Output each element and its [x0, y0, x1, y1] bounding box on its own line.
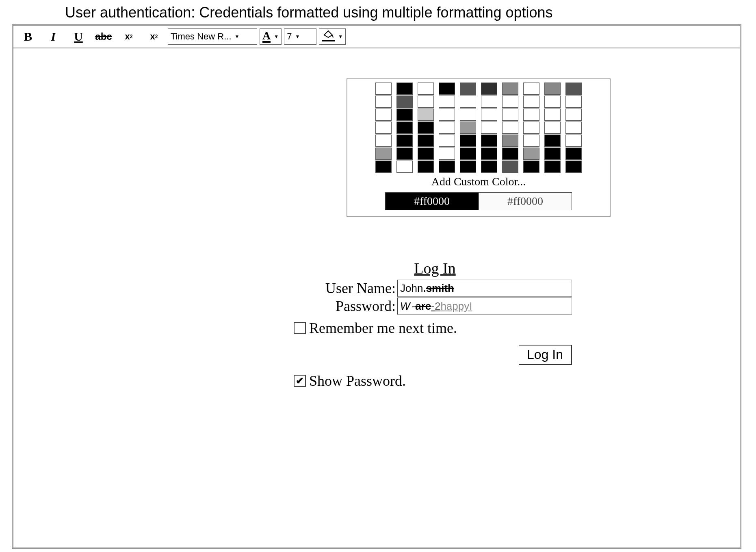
color-swatch[interactable] — [481, 96, 497, 108]
paint-bucket-icon — [322, 32, 335, 41]
underline-button[interactable]: U — [67, 28, 90, 46]
color-swatch[interactable] — [460, 148, 476, 160]
show-password-checkbox[interactable]: ✔ — [294, 375, 306, 387]
color-swatch[interactable] — [544, 83, 561, 95]
color-swatch[interactable] — [418, 135, 434, 147]
color-swatch[interactable] — [460, 161, 476, 173]
color-swatch[interactable] — [502, 122, 518, 134]
color-swatch[interactable] — [502, 109, 518, 121]
color-swatch[interactable] — [502, 148, 518, 160]
color-swatch[interactable] — [375, 122, 392, 134]
login-heading: Log In — [348, 259, 522, 277]
color-swatch[interactable] — [460, 96, 476, 108]
color-swatch[interactable] — [375, 83, 392, 95]
login-submit-button[interactable]: Log In — [519, 345, 572, 365]
color-swatch[interactable] — [396, 148, 413, 160]
color-swatch[interactable] — [396, 96, 413, 108]
color-swatch[interactable] — [481, 148, 497, 160]
color-swatch[interactable] — [375, 135, 392, 147]
color-swatch[interactable] — [375, 96, 392, 108]
add-custom-color-button[interactable]: Add Custom Color... — [352, 175, 605, 188]
color-swatch[interactable] — [481, 109, 497, 121]
color-swatch[interactable] — [523, 135, 539, 147]
color-swatch[interactable] — [481, 83, 497, 95]
background-color-button[interactable]: ▼ — [319, 28, 346, 45]
color-swatch[interactable] — [502, 96, 518, 108]
color-swatch[interactable] — [418, 83, 434, 95]
color-swatch[interactable] — [418, 148, 434, 160]
color-swatch[interactable] — [544, 135, 561, 147]
color-swatch[interactable] — [502, 135, 518, 147]
color-swatch[interactable] — [396, 161, 413, 173]
font-family-select[interactable]: Times New R... ▼ — [168, 28, 257, 45]
password-field[interactable]: W -are-2happyI — [397, 298, 572, 315]
username-seg2: . — [423, 282, 426, 295]
color-swatch[interactable] — [544, 96, 561, 108]
caret-down-icon: ▼ — [295, 34, 300, 39]
color-swatch[interactable] — [460, 122, 476, 134]
color-swatch[interactable] — [565, 122, 582, 134]
color-swatch[interactable] — [396, 83, 413, 95]
color-swatch[interactable] — [439, 161, 455, 173]
italic-button[interactable]: I — [42, 28, 65, 46]
color-swatch[interactable] — [523, 161, 539, 173]
color-swatch[interactable] — [565, 109, 582, 121]
color-swatch[interactable] — [523, 109, 539, 121]
color-swatch[interactable] — [396, 122, 413, 134]
color-swatch[interactable] — [523, 148, 539, 160]
color-swatch[interactable] — [396, 135, 413, 147]
color-swatch[interactable] — [460, 83, 476, 95]
color-swatch[interactable] — [418, 96, 434, 108]
color-swatch[interactable] — [439, 135, 455, 147]
subscript-x: x — [150, 31, 155, 42]
color-swatch[interactable] — [565, 161, 582, 173]
password-seg5: 2 — [435, 300, 440, 313]
color-swatch[interactable] — [565, 135, 582, 147]
password-label: Password: — [298, 298, 397, 315]
color-swatch[interactable] — [375, 161, 392, 173]
bold-button[interactable]: B — [17, 28, 39, 46]
color-swatch[interactable] — [523, 122, 539, 134]
color-swatch[interactable] — [418, 109, 434, 121]
hex-input[interactable]: #ff0000 — [479, 192, 572, 210]
strikethrough-button[interactable]: abc — [92, 28, 115, 46]
caret-down-icon: ▼ — [274, 34, 279, 39]
color-swatch[interactable] — [481, 161, 497, 173]
color-swatch[interactable] — [418, 122, 434, 134]
font-size-value: 7 — [287, 31, 292, 42]
font-color-button[interactable]: A ▼ — [260, 28, 282, 45]
username-field[interactable]: John.smith — [397, 280, 572, 297]
color-swatch[interactable] — [544, 148, 561, 160]
color-swatch[interactable] — [544, 161, 561, 173]
color-swatch[interactable] — [481, 122, 497, 134]
remember-me-checkbox[interactable] — [294, 322, 306, 334]
color-swatch[interactable] — [460, 109, 476, 121]
color-swatch[interactable] — [396, 109, 413, 121]
color-swatch[interactable] — [481, 135, 497, 147]
username-seg1: John — [400, 282, 423, 295]
color-swatch[interactable] — [544, 122, 561, 134]
color-swatch[interactable] — [544, 109, 561, 121]
subscript-button[interactable]: x2 — [143, 28, 165, 46]
color-swatch[interactable] — [502, 83, 518, 95]
color-swatch[interactable] — [460, 135, 476, 147]
superscript-button[interactable]: x2 — [117, 28, 140, 46]
color-swatch[interactable] — [439, 148, 455, 160]
color-swatch[interactable] — [565, 83, 582, 95]
color-swatch[interactable] — [523, 83, 539, 95]
color-swatch[interactable] — [439, 122, 455, 134]
color-swatch[interactable] — [439, 96, 455, 108]
color-swatch[interactable] — [439, 109, 455, 121]
color-swatch[interactable] — [439, 83, 455, 95]
color-swatch[interactable] — [565, 148, 582, 160]
caret-down-icon: ▼ — [338, 34, 343, 39]
color-swatch[interactable] — [523, 96, 539, 108]
color-swatch[interactable] — [375, 109, 392, 121]
font-color-letter-icon: A — [262, 30, 271, 42]
hex-preview-dark[interactable]: #ff0000 — [385, 192, 479, 210]
color-swatch[interactable] — [418, 161, 434, 173]
color-swatch[interactable] — [565, 96, 582, 108]
color-swatch[interactable] — [375, 148, 392, 160]
font-size-select[interactable]: 7 ▼ — [284, 28, 316, 45]
color-swatch[interactable] — [502, 161, 518, 173]
